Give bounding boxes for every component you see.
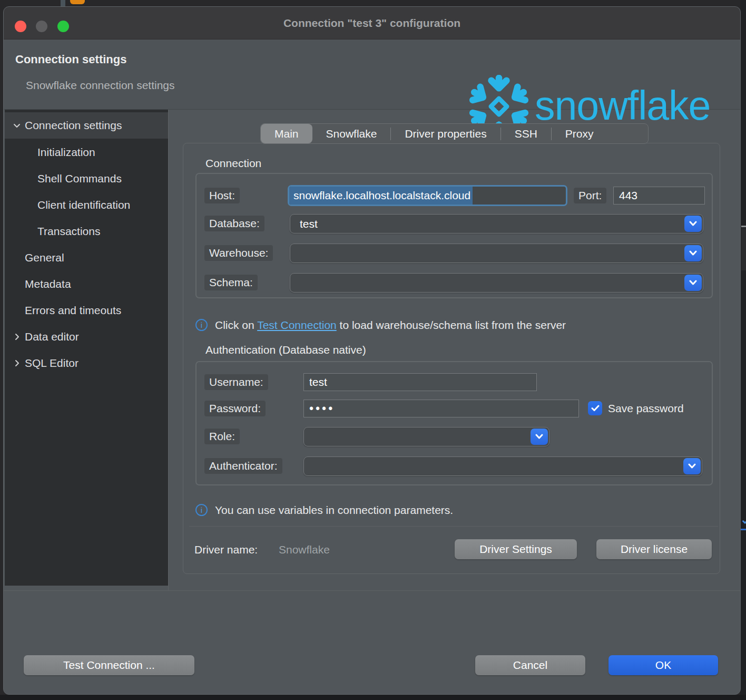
sidebar-divider [168, 110, 169, 590]
role-combo[interactable] [303, 427, 549, 446]
password-input[interactable]: •••• [303, 400, 579, 417]
schema-combo[interactable] [290, 273, 703, 293]
header-title: Connection settings [15, 53, 126, 66]
tab-ssh[interactable]: SSH [501, 124, 551, 143]
sidebar-item-general[interactable]: General [5, 245, 168, 271]
tab-driver-properties[interactable]: Driver properties [391, 124, 500, 143]
driver-settings-button[interactable]: Driver Settings [455, 539, 577, 559]
connection-configuration-dialog: Connection "test 3" configuration Connec… [3, 6, 741, 695]
sidebar-item-label: SQL Editor [25, 357, 78, 370]
dialog-title: Connection "test 3" configuration [4, 7, 740, 40]
database-dropdown-button[interactable] [684, 216, 702, 232]
chevron-down-icon [689, 250, 697, 256]
sidebar-item-errors-and-timeouts[interactable]: Errors and timeouts [5, 297, 168, 324]
dialog-titlebar: Connection "test 3" configuration [4, 7, 740, 40]
test-connection-link[interactable]: Test Connection [257, 319, 337, 331]
ok-button[interactable]: OK [608, 655, 718, 675]
tab-bar: Main Snowflake Driver properties SSH Pro… [260, 123, 649, 144]
password-label: Password: [204, 401, 266, 416]
role-label: Role: [204, 429, 240, 444]
sidebar-item-label: Connection settings [25, 119, 122, 132]
background-panel-fragment [741, 228, 746, 270]
sidebar-item-metadata[interactable]: Metadata [5, 271, 168, 297]
hint-suffix: to load warehouse/schema list from the s… [337, 319, 566, 331]
sidebar-item-label: Metadata [25, 278, 71, 290]
sidebar-item-connection-settings[interactable]: Connection settings [5, 112, 168, 139]
password-dots: •••• [309, 402, 335, 416]
test-connection-button[interactable]: Test Connection ... [24, 655, 194, 675]
auth-group-label: Authentication (Database native) [205, 344, 366, 356]
host-input[interactable]: snowflake.localhost.localstack.cloud [288, 185, 567, 206]
chevron-down-icon [688, 463, 696, 469]
save-password-label: Save password [608, 402, 684, 415]
background-chevron-icon: ⌄ [740, 513, 746, 529]
host-label: Host: [204, 188, 240, 203]
tab-main[interactable]: Main [261, 124, 312, 143]
warehouse-combo[interactable] [290, 244, 703, 263]
save-password-checkbox[interactable] [588, 401, 602, 415]
cancel-button[interactable]: Cancel [475, 655, 585, 675]
port-label: Port: [574, 188, 606, 203]
background-blue-line [741, 529, 746, 530]
username-value: test [309, 376, 327, 388]
port-value: 443 [619, 189, 637, 202]
driver-name-label: Driver name: [194, 543, 258, 556]
username-label: Username: [204, 374, 268, 390]
role-dropdown-button[interactable] [531, 429, 548, 445]
database-value: test [300, 215, 318, 233]
snowflake-wordmark: snowflake [535, 82, 710, 129]
sidebar-item-label: Errors and timeouts [25, 304, 121, 317]
sidebar-item-client-identification[interactable]: Client identification [5, 192, 168, 218]
authenticator-combo[interactable] [303, 456, 702, 476]
sidebar-item-transactions[interactable]: Transactions [5, 218, 168, 245]
database-combo[interactable]: test [290, 214, 703, 234]
tab-snowflake[interactable]: Snowflake [312, 124, 391, 143]
background-toolbar-fragment [61, 0, 65, 6]
authenticator-dropdown-button[interactable] [683, 458, 701, 474]
authenticator-label: Authenticator: [204, 458, 282, 474]
driver-divider [189, 526, 718, 527]
info-icon: i [195, 319, 208, 331]
hint-prefix: Click on [215, 319, 257, 331]
check-icon [591, 405, 600, 412]
background-divider-fragment [741, 226, 746, 227]
background-app-icon [70, 0, 85, 4]
port-input[interactable]: 443 [613, 187, 705, 205]
sidebar-item-label: Transactions [37, 225, 100, 238]
chevron-down-icon[interactable] [12, 121, 22, 130]
schema-label: Schema: [204, 275, 258, 290]
sidebar-item-initialization[interactable]: Initialization [5, 139, 168, 166]
chevron-down-icon [535, 434, 543, 440]
sidebar-item-label: Shell Commands [37, 172, 122, 185]
sidebar-item-label: General [25, 251, 64, 264]
settings-tree: Connection settings Initialization Shell… [5, 110, 168, 586]
background-bottom-strip [0, 695, 746, 700]
schema-dropdown-button[interactable] [684, 275, 702, 291]
host-selected-text: snowflake.localhost.localstack.cloud [289, 187, 473, 205]
chevron-down-icon [689, 221, 697, 227]
username-input[interactable]: test [303, 373, 537, 391]
variables-hint: You can use variables in connection para… [215, 504, 453, 517]
dialog-header: Connection settings Snowflake connection… [4, 40, 740, 110]
test-connection-hint: Click on Test Connection to load warehou… [215, 319, 566, 332]
driver-license-button[interactable]: Driver license [596, 539, 712, 559]
driver-name-value: Snowflake [279, 543, 330, 556]
chevron-right-icon[interactable] [12, 358, 22, 368]
sidebar-item-label: Initialization [37, 146, 95, 159]
connection-group-label: Connection [205, 157, 261, 170]
chevron-right-icon[interactable] [12, 332, 22, 342]
footer-divider [4, 590, 741, 591]
tab-proxy[interactable]: Proxy [552, 124, 607, 143]
sidebar-item-label: Data editor [25, 330, 79, 343]
database-label: Database: [204, 216, 264, 231]
chevron-down-icon [689, 280, 697, 286]
info-icon: i [195, 504, 208, 516]
sidebar-item-shell-commands[interactable]: Shell Commands [5, 166, 168, 192]
sidebar-item-sql-editor[interactable]: SQL Editor [5, 350, 168, 376]
warehouse-dropdown-button[interactable] [684, 245, 702, 261]
header-subtitle: Snowflake connection settings [26, 79, 175, 92]
background-right-strip: ⌄ [740, 0, 746, 700]
sidebar-item-label: Client identification [37, 199, 130, 211]
sidebar-item-data-editor[interactable]: Data editor [5, 324, 168, 350]
warehouse-label: Warehouse: [204, 245, 273, 261]
